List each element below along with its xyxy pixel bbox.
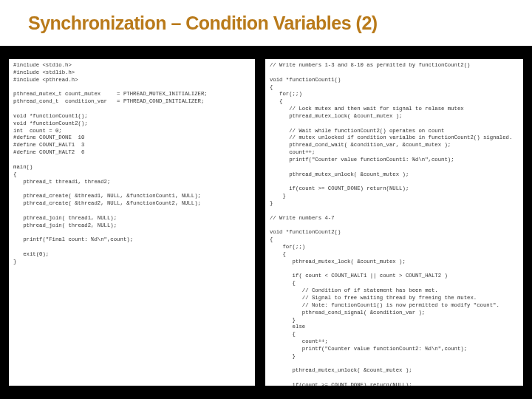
code-left-column: #include <stdio.h> #include <stdlib.h> #… [9,59,255,386]
slide-root: Synchronization – Condition Variables (2… [0,0,532,399]
code-area: #include <stdio.h> #include <stdlib.h> #… [9,59,523,386]
title-bar: Synchronization – Condition Variables (2… [0,0,532,46]
code-right-column: // Write numbers 1-3 and 8-10 as permitt… [265,59,523,386]
slide-title: Synchronization – Condition Variables (2… [28,13,378,34]
